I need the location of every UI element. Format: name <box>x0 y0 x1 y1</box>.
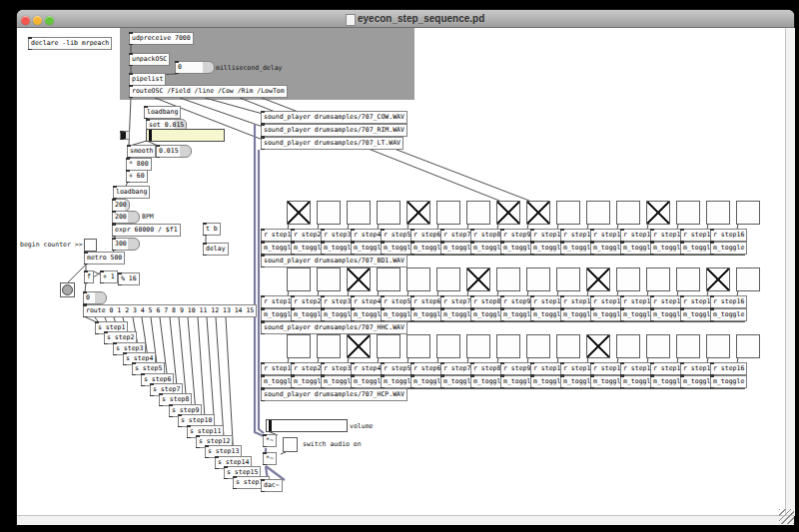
volume-slider[interactable] <box>266 419 348 432</box>
bpm-number-box[interactable]: 200 <box>112 211 140 224</box>
horizontal-scrollbar[interactable] <box>17 515 794 525</box>
step-toggle[interactable] <box>287 201 311 225</box>
step-toggle[interactable] <box>706 334 730 358</box>
receive-step-box: r step4 <box>351 295 384 308</box>
step-toggle[interactable] <box>676 267 700 291</box>
step-toggle[interactable] <box>287 334 311 358</box>
step-toggle[interactable] <box>317 267 341 291</box>
close-button[interactable] <box>21 16 30 25</box>
sound-player-box: sound_player drumsamples/707_BD1.WAV <box>261 255 407 267</box>
step-toggle[interactable] <box>406 334 430 358</box>
resize-grip[interactable] <box>779 509 794 524</box>
slider-knob[interactable] <box>149 130 152 141</box>
step-toggle[interactable] <box>736 201 760 225</box>
step-toggle[interactable] <box>347 201 371 225</box>
step-toggle[interactable] <box>616 267 640 291</box>
tempo-slider[interactable] <box>146 129 225 142</box>
step-toggle[interactable] <box>586 334 610 358</box>
step-toggle[interactable] <box>436 267 460 291</box>
step-toggle[interactable] <box>646 201 670 225</box>
receive-step-box: r step8 <box>470 362 503 375</box>
step-toggle[interactable] <box>646 334 670 358</box>
loadbang-object: loadbang <box>113 186 150 199</box>
receive-step-box: r step3 <box>321 229 354 242</box>
step-toggle[interactable] <box>347 334 371 358</box>
slider-knob[interactable] <box>269 420 272 431</box>
step-toggle[interactable] <box>616 201 640 225</box>
metro-object: metro 500 <box>84 252 125 265</box>
step-toggle[interactable] <box>736 334 760 358</box>
receive-step-box: r step8 <box>470 229 503 242</box>
receive-step-box: r step16 <box>710 295 747 308</box>
raw-value-box[interactable] <box>120 131 130 140</box>
step-toggle[interactable] <box>377 201 400 225</box>
step-toggle[interactable] <box>436 201 460 225</box>
step-toggle[interactable] <box>706 201 730 225</box>
step-toggle[interactable] <box>287 267 311 291</box>
float-object: f <box>84 270 94 283</box>
step-toggle[interactable] <box>586 201 610 225</box>
step-toggle[interactable] <box>317 201 341 225</box>
step-toggle[interactable] <box>676 201 700 225</box>
step-toggle[interactable] <box>347 267 371 291</box>
step-toggle[interactable] <box>377 267 400 291</box>
step-toggle[interactable] <box>406 267 430 291</box>
step-toggle[interactable] <box>526 334 550 358</box>
step-toggle[interactable] <box>406 201 430 225</box>
m-toggle-box: m_toggle <box>710 308 747 321</box>
receive-step-box: r step4 <box>351 229 384 242</box>
delay-number-box[interactable]: 0 <box>175 61 215 74</box>
sound-player-box: sound_player drumsamples/707_COW.WAV <box>261 111 407 124</box>
receive-step-box: r step5 <box>381 229 413 242</box>
receive-step-box: r step1 <box>261 295 294 308</box>
m-toggle-box: m_toggle <box>710 375 747 388</box>
interval-number-box[interactable]: 300 <box>112 238 140 251</box>
counter-bang[interactable] <box>60 282 75 297</box>
zoom-button[interactable] <box>45 16 54 25</box>
step-toggle[interactable] <box>466 201 490 225</box>
audio-switch-toggle[interactable] <box>283 437 298 452</box>
step-toggle[interactable] <box>586 267 610 291</box>
millisecond-delay-comment: millisecond_delay <box>216 64 283 73</box>
step-toggle[interactable] <box>496 201 520 225</box>
switch-audio-comment: switch audio on <box>303 440 362 449</box>
counter-number-box[interactable]: 0 <box>83 291 107 304</box>
step-toggle[interactable] <box>556 201 580 225</box>
receive-step-box: r step6 <box>410 362 443 375</box>
smooth-object: smooth <box>127 145 156 158</box>
step-toggle[interactable] <box>556 267 580 291</box>
step-toggle[interactable] <box>496 334 520 358</box>
step-toggle[interactable] <box>526 201 550 225</box>
smooth-number-box[interactable]: 0.015 <box>156 145 192 158</box>
step-toggle[interactable] <box>556 334 580 358</box>
receive-step-box: r step3 <box>321 362 354 375</box>
receive-step-box: r step9 <box>500 229 533 242</box>
receive-step-box: r step5 <box>381 362 413 375</box>
receive-step-box: r step7 <box>440 295 473 308</box>
step-toggle[interactable] <box>646 267 670 291</box>
step-toggle[interactable] <box>436 334 460 358</box>
receive-step-box: r step3 <box>321 295 354 308</box>
vertical-scrollbar[interactable] <box>785 28 795 516</box>
minimize-button[interactable] <box>33 16 42 25</box>
step-toggle[interactable] <box>736 267 760 291</box>
receive-step-box: r step1 <box>261 362 294 375</box>
step-toggle[interactable] <box>496 267 520 291</box>
step-toggle[interactable] <box>706 267 730 291</box>
receive-step-box: r step5 <box>381 295 413 308</box>
multiply-signal-object: *~ <box>263 434 277 447</box>
sound-player-box: sound_player drumsamples/707_RIM.WAV <box>261 124 407 137</box>
receive-step-box: r step16 <box>710 362 747 375</box>
loadbang-object: loadbang <box>144 106 181 119</box>
step-toggle[interactable] <box>317 334 341 358</box>
step-toggle[interactable] <box>526 267 550 291</box>
step-toggle[interactable] <box>466 267 490 291</box>
step-toggle[interactable] <box>466 334 490 358</box>
receive-step-box: r step7 <box>440 229 473 242</box>
bang-circle <box>62 284 73 295</box>
step-toggle[interactable] <box>676 334 700 358</box>
step-toggle[interactable] <box>616 334 640 358</box>
delay-object: delay <box>203 243 229 256</box>
step-toggle[interactable] <box>377 334 400 358</box>
counter-toggle[interactable] <box>84 239 97 252</box>
